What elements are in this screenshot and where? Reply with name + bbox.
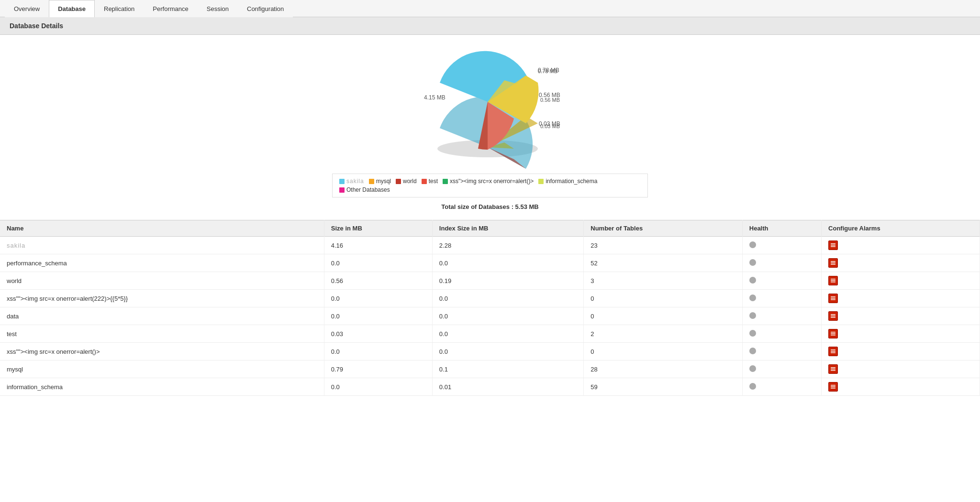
health-dot: [749, 330, 756, 337]
table-row: test0.030.02: [0, 325, 980, 343]
legend-color-infoschema: [538, 179, 544, 184]
cell-size: 0.56: [324, 272, 432, 290]
alarm-button[interactable]: [828, 382, 838, 392]
cell-health: [742, 360, 821, 378]
cell-alarm: [822, 378, 980, 396]
cell-size: 0.0: [324, 254, 432, 272]
cell-alarm: [822, 290, 980, 307]
cell-alarm: [822, 237, 980, 254]
legend-item-other: Other Databases: [339, 186, 390, 193]
chart-area: 4.15 MB 0.78 MB 0.56 MB 0.03 MB 4.15 MB …: [0, 35, 980, 220]
tab-overview[interactable]: Overview: [5, 0, 49, 17]
cell-health: [742, 307, 821, 325]
svg-rect-9: [831, 282, 835, 283]
cell-size: 0.0: [324, 343, 432, 360]
health-dot: [749, 365, 756, 372]
cell-name: sakila: [0, 237, 324, 254]
cell-num-tables: 23: [584, 237, 742, 254]
health-dot: [749, 259, 756, 266]
svg-rect-22: [831, 367, 835, 368]
alarm-button[interactable]: [828, 329, 838, 338]
legend-label-test: test: [429, 178, 438, 185]
alarm-button[interactable]: [828, 347, 838, 356]
svg-rect-11: [831, 298, 835, 299]
health-dot: [749, 295, 756, 301]
alarm-button[interactable]: [828, 294, 838, 303]
tab-replication[interactable]: Replication: [95, 0, 144, 17]
col-header-num-tables: Number of Tables: [584, 220, 742, 237]
cell-index-size: 0.0: [432, 325, 583, 343]
cell-health: [742, 378, 821, 396]
table-row: mysql0.790.128: [0, 360, 980, 378]
cell-size: 0.0: [324, 290, 432, 307]
legend-item-sakila: sakila: [339, 178, 364, 185]
legend-label-sakila: sakila: [346, 178, 364, 185]
pie-chart-svg: 4.15 MB 0.78 MB 0.56 MB 0.03 MB 4.15 MB …: [390, 44, 590, 169]
total-size-label: Total size of Databases : 5.53 MB: [441, 203, 539, 210]
cell-alarm: [822, 360, 980, 378]
svg-rect-25: [831, 385, 835, 386]
legend-color-sakila: [339, 179, 345, 184]
svg-rect-2: [831, 245, 835, 246]
cell-alarm: [822, 343, 980, 360]
alarm-button[interactable]: [828, 276, 838, 285]
alarm-button[interactable]: [828, 240, 838, 250]
cell-size: 0.0: [324, 378, 432, 396]
alarm-button[interactable]: [828, 311, 838, 321]
cell-size: 0.0: [324, 307, 432, 325]
legend-item-test: test: [422, 178, 438, 185]
alarm-button[interactable]: [828, 258, 838, 268]
cell-num-tables: 52: [584, 254, 742, 272]
col-header-name: Name: [0, 220, 324, 237]
health-dot: [749, 383, 756, 390]
cell-health: [742, 343, 821, 360]
col-header-alarms: Configure Alarms: [822, 220, 980, 237]
table-row: performance_schema0.00.052: [0, 254, 980, 272]
table-row: sakila4.162.2823: [0, 237, 980, 254]
legend-item-infoschema: information_schema: [538, 178, 597, 185]
alarm-button[interactable]: [828, 364, 838, 374]
pie-chart-container: 4.15 MB 0.78 MB 0.56 MB 0.03 MB 4.15 MB …: [390, 44, 590, 169]
svg-rect-20: [831, 351, 835, 352]
tabs-bar: Overview Database Replication Performanc…: [0, 0, 980, 17]
tab-session[interactable]: Session: [198, 0, 238, 17]
cell-name: xss""><img src=x onerror=alert(222)>{{5*…: [0, 290, 324, 307]
pie-label-small-pos: 0.03 MB: [539, 120, 560, 127]
svg-rect-27: [831, 388, 835, 389]
svg-rect-8: [831, 280, 835, 281]
health-dot: [749, 241, 756, 248]
tab-database[interactable]: Database: [49, 0, 95, 17]
cell-num-tables: 0: [584, 290, 742, 307]
table-row: world0.560.193: [0, 272, 980, 290]
cell-name: performance_schema: [0, 254, 324, 272]
legend-color-xss: [443, 179, 448, 184]
cell-num-tables: 2: [584, 325, 742, 343]
svg-rect-23: [831, 369, 835, 370]
table-row: information_schema0.00.0159: [0, 378, 980, 396]
cell-index-size: 0.19: [432, 272, 583, 290]
cell-name: test: [0, 325, 324, 343]
svg-rect-13: [831, 314, 835, 315]
cell-num-tables: 59: [584, 378, 742, 396]
cell-size: 0.03: [324, 325, 432, 343]
legend-item-mysql: mysql: [369, 178, 391, 185]
col-header-index-size: Index Size in MB: [432, 220, 583, 237]
legend-item-xss: xss"><img src=x onerror=alert()>: [443, 178, 534, 185]
legend-label-mysql: mysql: [376, 178, 391, 185]
svg-rect-7: [831, 279, 835, 280]
pie-label-yellow-pos: 0.78 MB: [538, 67, 559, 74]
legend-color-world: [396, 179, 401, 184]
pie-label-salmon-pos: 0.56 MB: [539, 92, 560, 98]
cell-health: [742, 290, 821, 307]
svg-rect-4: [831, 261, 835, 262]
health-dot: [749, 277, 756, 284]
svg-rect-10: [831, 296, 835, 297]
svg-rect-19: [831, 349, 835, 350]
cell-alarm: [822, 325, 980, 343]
cell-name: mysql: [0, 360, 324, 378]
tab-configuration[interactable]: Configuration: [238, 0, 293, 17]
cell-name: world: [0, 272, 324, 290]
legend-label-infoschema: information_schema: [546, 178, 597, 185]
tab-performance[interactable]: Performance: [144, 0, 197, 17]
database-table: Name Size in MB Index Size in MB Number …: [0, 220, 980, 396]
